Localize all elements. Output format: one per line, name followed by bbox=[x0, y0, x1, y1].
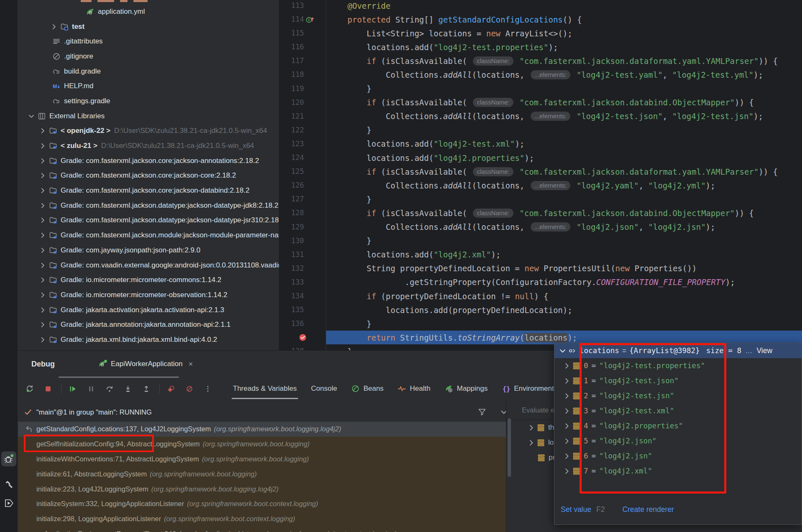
run-toolwindow-button[interactable] bbox=[1, 496, 16, 511]
chevron-right-icon[interactable] bbox=[39, 172, 46, 179]
chevron-right-icon[interactable] bbox=[39, 247, 46, 254]
tab-threads-variables[interactable]: Threads & Variables bbox=[226, 378, 304, 399]
build-toolwindow-button[interactable] bbox=[1, 477, 16, 492]
mute-breakpoints-button[interactable] bbox=[183, 382, 196, 395]
array-element-row[interactable]: 2="log4j2-test.jsn" bbox=[554, 388, 802, 403]
tree-item[interactable]: External Libraries bbox=[18, 109, 279, 124]
stack-frame[interactable]: onApplicationEnvironmentPreparedEvent:24… bbox=[18, 527, 506, 532]
step-out-button[interactable] bbox=[140, 382, 153, 395]
debug-toolwindow-button[interactable] bbox=[1, 451, 16, 466]
chevron-right-icon[interactable] bbox=[39, 291, 46, 299]
scrollbar-thumb[interactable] bbox=[508, 418, 511, 477]
rerun-button[interactable] bbox=[23, 382, 36, 395]
tree-item[interactable]: Gradle: jakarta.activation:jakarta.activ… bbox=[18, 303, 279, 318]
override-marker-icon[interactable] bbox=[306, 15, 314, 24]
array-element-row[interactable]: 5="log4j2.json" bbox=[554, 433, 802, 448]
code-editor[interactable]: 113@Override114protected String[] getSta… bbox=[279, 0, 802, 350]
chevron-down-icon[interactable] bbox=[559, 347, 567, 355]
tree-item[interactable]: Gradle: com.fasterxml.jackson.core:jacks… bbox=[18, 183, 279, 198]
chevron-right-icon[interactable] bbox=[563, 437, 571, 445]
array-element-row[interactable]: 4="log4j2.properties" bbox=[554, 418, 802, 433]
line-number: 119 bbox=[291, 82, 304, 96]
array-element-row[interactable]: 6="log4j2.jsn" bbox=[554, 448, 802, 463]
tree-item[interactable]: < openjdk-22 >D:\User\SDK\zulu21.38.21-c… bbox=[18, 124, 279, 139]
stack-frame[interactable]: initialize:61, AbstractLoggingSystem(org… bbox=[18, 466, 506, 481]
tree-item[interactable]: Gradle: com.fasterxml.jackson.core:jacks… bbox=[18, 168, 279, 183]
chevron-right-icon[interactable] bbox=[563, 467, 571, 475]
chevron-right-icon[interactable] bbox=[39, 262, 46, 269]
stack-frame[interactable]: initializeSystem:332, LoggingApplication… bbox=[18, 496, 506, 512]
chevron-right-icon[interactable] bbox=[39, 187, 46, 194]
popup-equals: = bbox=[622, 346, 626, 355]
view-breakpoints-button[interactable] bbox=[165, 382, 177, 395]
tab-mappings[interactable]: Mappings bbox=[437, 378, 495, 399]
tree-item[interactable]: build.gradle bbox=[18, 64, 279, 79]
array-element-row[interactable]: 1="log4j2-test.json" bbox=[554, 373, 802, 388]
set-value-link[interactable]: Set value bbox=[561, 505, 591, 514]
chevron-right-icon[interactable] bbox=[39, 276, 46, 284]
tree-item[interactable]: Gradle: com.fasterxml.jackson.datatype:j… bbox=[18, 213, 279, 228]
chevron-right-icon[interactable] bbox=[563, 407, 571, 415]
array-element-row[interactable]: 0="log4j2-test.properties" bbox=[554, 358, 802, 373]
chevron-right-icon[interactable] bbox=[39, 157, 46, 165]
chevron-right-icon[interactable] bbox=[563, 452, 571, 460]
chevron-right-icon[interactable] bbox=[527, 424, 535, 432]
breakpoint-icon[interactable] bbox=[299, 333, 307, 342]
popup-view-link[interactable]: View bbox=[756, 346, 772, 355]
chevron-right-icon[interactable] bbox=[39, 216, 46, 224]
tree-item[interactable]: Gradle: jakarta.xml.bind:jakarta.xml.bin… bbox=[18, 332, 279, 347]
array-element-row[interactable]: 3="log4j2-test.xml" bbox=[554, 403, 802, 418]
tree-item[interactable]: Gradle: jakarta.annotation:jakarta.annot… bbox=[18, 317, 279, 332]
chevron-right-icon[interactable] bbox=[563, 377, 571, 385]
tree-item[interactable]: Gradle: com.vaadin.external.google:andro… bbox=[18, 258, 279, 273]
tree-item[interactable]: .gitignore bbox=[18, 49, 279, 64]
chevron-right-icon[interactable] bbox=[39, 306, 46, 314]
chevron-right-icon[interactable] bbox=[563, 362, 571, 370]
step-over-button[interactable] bbox=[103, 382, 116, 395]
stack-frame[interactable]: getStandardConfigLocations:137, Log4J2Lo… bbox=[18, 422, 506, 437]
chevron-right-icon[interactable] bbox=[563, 422, 571, 430]
create-renderer-link[interactable]: Create renderer bbox=[622, 505, 674, 514]
tree-item[interactable]: .gitattributes bbox=[18, 34, 279, 49]
tab-environment[interactable]: {}Environment bbox=[495, 378, 561, 399]
tree-item[interactable]: Gradle: com.fasterxml.jackson.module:jac… bbox=[18, 228, 279, 243]
filter-funnel-icon[interactable] bbox=[477, 407, 487, 417]
tree-item[interactable]: settings.gradle bbox=[18, 94, 279, 109]
tree-item[interactable]: < zulu-21 >D:\User\SDK\zulu21.38.21-ca-j… bbox=[18, 138, 279, 153]
tree-item[interactable]: application.yml bbox=[18, 4, 279, 19]
thread-status-row[interactable]: "main"@1 in group "main": RUNNING bbox=[18, 404, 512, 420]
stack-frame[interactable]: initialize:298, LoggingApplicationListen… bbox=[18, 512, 506, 527]
tree-item[interactable]: Gradle: io.micrometer:micrometer-observa… bbox=[18, 288, 279, 303]
stop-button[interactable] bbox=[42, 382, 54, 395]
stack-frame[interactable]: getSelfInitializationConfig:94, Abstract… bbox=[18, 437, 506, 452]
tree-item[interactable]: Gradle: com.fasterxml.jackson.datatype:j… bbox=[18, 198, 279, 213]
chevron-right-icon[interactable] bbox=[39, 142, 46, 150]
close-icon[interactable]: × bbox=[189, 360, 193, 369]
chevron-right-icon[interactable] bbox=[39, 202, 46, 209]
tree-item[interactable]: Gradle: com.fasterxml.jackson.core:jacks… bbox=[18, 153, 279, 168]
chevron-right-icon[interactable] bbox=[50, 23, 58, 31]
chevron-right-icon[interactable] bbox=[527, 439, 535, 447]
chevron-down-icon[interactable] bbox=[28, 112, 35, 120]
tree-item[interactable]: MHELP.md bbox=[18, 79, 279, 94]
tab-console[interactable]: Console bbox=[304, 378, 344, 399]
chevron-right-icon[interactable] bbox=[39, 127, 46, 135]
tree-item[interactable]: Gradle: com.jayway.jsonpath:json-path:2.… bbox=[18, 243, 279, 258]
tree-item[interactable]: Gradle: io.micrometer:micrometer-commons… bbox=[18, 272, 279, 288]
popup-header-row[interactable]: locations = {ArrayList@3982} size = 8 … … bbox=[554, 343, 802, 358]
chevron-right-icon[interactable] bbox=[39, 321, 46, 328]
chevron-right-icon[interactable] bbox=[563, 392, 571, 400]
step-into-button[interactable] bbox=[122, 382, 134, 395]
stack-frame[interactable]: initialize:223, Log4J2LoggingSystem(org.… bbox=[18, 481, 506, 496]
resume-button[interactable] bbox=[66, 382, 79, 395]
pause-button[interactable] bbox=[85, 382, 97, 395]
tab-beans[interactable]: Beans bbox=[344, 378, 391, 399]
chevron-right-icon[interactable] bbox=[39, 336, 46, 344]
chevron-right-icon[interactable] bbox=[39, 232, 46, 239]
tab-health[interactable]: Health bbox=[391, 378, 437, 399]
more-button[interactable] bbox=[202, 382, 214, 395]
tree-item[interactable]: test bbox=[18, 19, 279, 34]
stack-frame[interactable]: initializeWithConventions:71, AbstractLo… bbox=[18, 452, 506, 467]
session-tab[interactable]: EapiWorkerApplication × bbox=[98, 359, 193, 369]
array-element-row[interactable]: 7="log4j2.xml" bbox=[554, 463, 802, 479]
